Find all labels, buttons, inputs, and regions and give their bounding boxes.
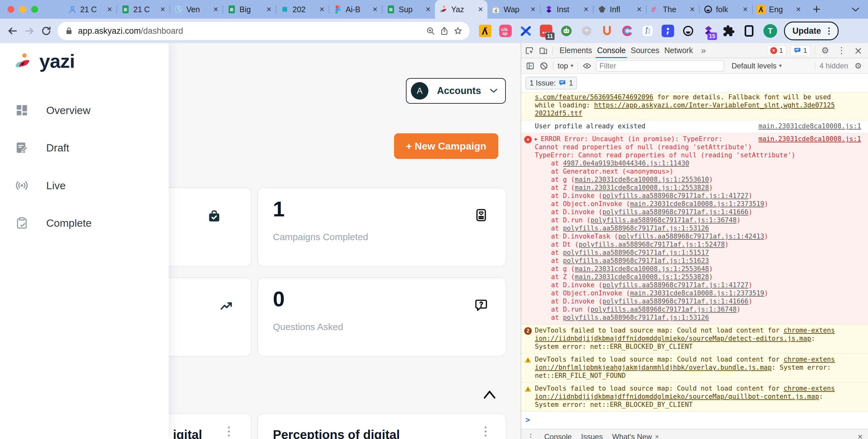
console-link[interactable]: 4987.0e4a9193b4044346.js:1:11430 (563, 160, 689, 167)
console-link[interactable]: polyfills.aa588968c79171af.js:1:41666 (602, 208, 748, 216)
red-dots-extension-icon[interactable]: 11 (540, 25, 552, 37)
drawer-kebab-icon[interactable]: ⋮ (527, 432, 535, 439)
close-window-button[interactable] (7, 6, 14, 13)
console-link[interactable]: polyfills.aa588968c79171af.js:1:36748 (590, 306, 737, 313)
tab-close-icon[interactable]: × (160, 5, 166, 14)
tab-close-icon[interactable]: × (689, 5, 695, 14)
drawer-tab-close-icon[interactable]: × (655, 433, 659, 439)
x-blue-extension-icon[interactable] (520, 25, 532, 37)
drawer-tab-console[interactable]: Console (544, 433, 572, 439)
bookmark-star-icon[interactable] (453, 26, 463, 36)
browser-tab-202[interactable]: 202× (276, 0, 329, 19)
tab-close-icon[interactable]: × (425, 5, 431, 14)
collapse-chevron-up-icon[interactable] (483, 388, 496, 402)
browser-tab-the[interactable]: #The× (647, 0, 699, 19)
a-yellow-extension-icon[interactable] (479, 25, 491, 37)
drawer-tab-what-s-new[interactable]: What's New× (612, 433, 659, 439)
console-link[interactable]: polyfills.aa588968c79171af.js:1:41666 (602, 297, 748, 305)
console-sidebar-toggle-icon[interactable] (525, 61, 535, 70)
new-campaign-button[interactable]: + New Campaign (394, 133, 498, 159)
inspect-element-icon[interactable] (525, 46, 534, 55)
zoom-page-icon[interactable] (426, 26, 435, 36)
console-link[interactable]: ion://bnflmljpbmkjeahgjakmjdanmhldjhbk/o… (535, 364, 772, 371)
device-toolbar-icon[interactable] (538, 46, 548, 55)
browser-tab-wap[interactable]: Wap× (487, 0, 540, 19)
console-link[interactable]: main.23031cde8ca10008.js:1:2553610 (575, 176, 709, 183)
console-link[interactable]: polyfills.aa588968c79171af.js:1:51623 (563, 257, 709, 264)
tab-close-icon[interactable]: × (477, 5, 484, 14)
purple-diamond-extension-icon[interactable]: 15 (702, 25, 715, 37)
console-link[interactable]: chrome-extens (784, 356, 835, 363)
card-menu-kebab-icon[interactable] (228, 427, 230, 439)
console-link[interactable]: polyfills.aa588968c79171af.js:1:51517 (563, 249, 709, 256)
profile-avatar[interactable]: T (764, 24, 777, 38)
browser-tab-folk[interactable]: folk× (700, 0, 752, 19)
console-link[interactable]: 20212df5.ttf (535, 109, 582, 117)
console-link[interactable]: main.23031cde8ca10008.js:1:2553648 (575, 265, 709, 273)
accounts-dropdown[interactable]: A Accounts (406, 78, 506, 104)
browser-tab-eng[interactable]: Eng× (753, 0, 805, 19)
tab-close-icon[interactable]: × (530, 5, 536, 14)
console-link[interactable]: https://app.askyazi.com/Inter-VariableFo… (594, 101, 835, 109)
airpods-extension-icon[interactable] (641, 25, 654, 37)
console-link[interactable]: main.23031cde8ca10008.js:1:2553828 (575, 184, 709, 191)
devtools-settings-gear-icon[interactable]: ⚙ (819, 46, 831, 55)
browser-menu-kebab-icon[interactable]: ⋮ (825, 29, 833, 33)
tab-close-icon[interactable]: × (266, 5, 272, 14)
console-link[interactable]: polyfills.aa588968c79171af.js:1:53126 (563, 224, 709, 232)
browser-tab-21-c[interactable]: 21 C× (117, 0, 169, 19)
console-link[interactable]: polyfills.aa588968c79171af.js:1:53126 (563, 314, 709, 321)
tab-search-chevron-icon[interactable] (851, 6, 860, 12)
console-link[interactable]: main.23031cde8ca10008.js:1:2373519 (630, 200, 764, 208)
new-tab-button[interactable]: + (811, 2, 823, 16)
minimize-window-button[interactable] (19, 6, 26, 13)
console-link[interactable]: ion://iidnbdjijdkbmajdffnidomddglmieko/s… (535, 393, 819, 400)
tab-close-icon[interactable]: × (372, 5, 378, 14)
log-levels-select[interactable]: Default levels▾ (732, 62, 782, 70)
source-link[interactable]: main.23031cde8ca10008.js:1 (758, 135, 861, 143)
hidden-messages-label[interactable]: 4 hidden (819, 62, 848, 70)
robot-extension-icon[interactable] (560, 25, 572, 37)
puzzle-extensions-menu-icon[interactable] (722, 25, 735, 37)
drawer-tab-issues[interactable]: Issues (581, 433, 602, 439)
console-link[interactable]: chrome-extens (784, 326, 835, 334)
u-orange-extension-icon[interactable] (601, 25, 613, 37)
devtools-tab-console[interactable]: Console (594, 43, 628, 58)
issues-chip[interactable]: 1 Issue: 1 (525, 77, 577, 89)
console-link[interactable]: main.23031cde8ca10008.js:1:2373519 (630, 289, 764, 297)
c-pink-extension-icon[interactable] (621, 25, 633, 37)
tab-close-icon[interactable]: × (742, 5, 748, 14)
console-link[interactable]: polyfills.aa588968c79171af.js:1:41727 (602, 192, 748, 199)
sidebar-item-complete[interactable]: Complete (15, 211, 92, 236)
browser-tab-big[interactable]: Big× (223, 0, 276, 19)
devtools-tab-network[interactable]: Network (662, 43, 696, 58)
reload-button[interactable] (40, 25, 52, 36)
console-link[interactable]: polyfills.aa588968c79171af.js:1:41727 (602, 281, 748, 289)
tab-close-icon[interactable]: × (106, 5, 113, 14)
console-filter-input[interactable] (596, 60, 724, 71)
console-link[interactable]: polyfills.aa588968c79171af.js:1:42413 (618, 232, 764, 240)
share-icon[interactable] (440, 26, 449, 36)
console-error-count[interactable]: × 1 (767, 45, 786, 56)
lock-icon[interactable] (64, 26, 74, 36)
console-link[interactable]: polyfills.aa588968c79171af.js:1:52478 (579, 241, 725, 248)
frame-context-select[interactable]: top▾ (558, 62, 573, 70)
devtools-close-icon[interactable]: × (852, 45, 864, 56)
browser-tab-infl[interactable]: Infl× (594, 0, 646, 19)
sidebar-item-draft[interactable]: Draft (15, 135, 69, 160)
browser-tab-sup[interactable]: Sup× (382, 0, 435, 19)
claap-extension-icon[interactable]: c/aap (499, 25, 512, 37)
tab-close-icon[interactable]: × (583, 5, 589, 14)
sidebar-item-overview[interactable]: Overview (15, 98, 91, 123)
source-link[interactable]: main.23031cde8ca10008.js:1 (758, 122, 861, 130)
browser-tab-inst[interactable]: Inst× (540, 0, 593, 19)
browser-tab-ven[interactable]: Ven× (170, 0, 223, 19)
frame-extension-icon[interactable] (743, 25, 755, 37)
back-button[interactable] (7, 25, 18, 36)
sidebar-item-live[interactable]: Live (15, 173, 66, 198)
console-settings-gear-icon[interactable]: ⚙ (853, 62, 864, 70)
drawer-close-icon[interactable]: × (858, 432, 863, 439)
browser-tab-21-c[interactable]: 21 C× (64, 0, 117, 19)
forward-button[interactable] (24, 25, 35, 36)
console-prompt[interactable]: > (521, 411, 868, 424)
